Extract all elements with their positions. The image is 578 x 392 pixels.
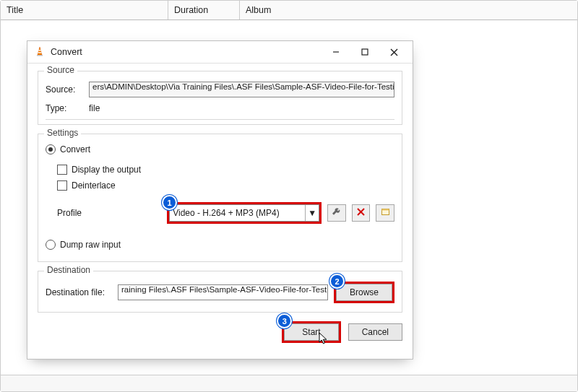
dump-raw-label: Dump raw input <box>60 240 121 250</box>
profile-combo[interactable]: Video - H.264 + MP3 (MP4) ▼ <box>169 204 319 222</box>
delete-profile-button[interactable] <box>352 204 371 222</box>
source-group: Source Source: ers\ADMIN\Desktop\Via Tra… <box>38 71 402 125</box>
cancel-button[interactable]: Cancel <box>348 323 402 341</box>
source-input[interactable]: ers\ADMIN\Desktop\Via Training Files\.AS… <box>89 82 394 97</box>
column-header-album[interactable]: Album <box>240 1 577 19</box>
annotation-highlight-profile: Video - H.264 + MP3 (MP4) ▼ 1 <box>167 202 322 224</box>
convert-radio-label: Convert <box>60 144 90 154</box>
destination-group: Destination Destination file: raining Fi… <box>38 271 402 313</box>
checkbox-icon <box>57 180 67 191</box>
cursor-icon <box>319 332 329 345</box>
annotation-badge-2: 2 <box>329 274 345 289</box>
wrench-icon <box>332 207 341 219</box>
column-header-duration[interactable]: Duration <box>168 1 240 19</box>
edit-profile-button[interactable] <box>327 204 346 222</box>
type-value: file <box>89 103 100 113</box>
start-button[interactable]: Start <box>284 323 338 341</box>
annotation-highlight-start: Start 3 <box>282 321 340 343</box>
dialog-action-row: Start 3 Cancel <box>38 321 402 343</box>
vlc-cone-icon <box>35 46 45 58</box>
svg-rect-11 <box>381 209 389 211</box>
radio-on-icon <box>46 144 56 154</box>
close-button[interactable] <box>379 42 408 62</box>
svg-rect-2 <box>38 50 41 51</box>
destination-file-input[interactable]: raining Files\.ASF Files\Sample-ASF-Vide… <box>118 284 328 300</box>
new-profile-icon <box>381 207 390 219</box>
source-label: Source: <box>46 84 83 95</box>
convert-dialog: Convert Source Source: ers\ADMIN\Desktop… <box>27 40 413 360</box>
svg-rect-1 <box>37 55 43 56</box>
maximize-button[interactable] <box>350 42 379 62</box>
dump-raw-radio[interactable]: Dump raw input <box>46 240 121 250</box>
dialog-titlebar[interactable]: Convert <box>27 41 413 64</box>
settings-legend: Settings <box>44 128 81 138</box>
annotation-highlight-browse: Browse 2 <box>334 282 394 303</box>
background-window: Title Duration Album Convert Source Sour… <box>0 0 578 392</box>
checkbox-icon <box>57 165 67 175</box>
chevron-down-icon: ▼ <box>305 205 319 221</box>
divider <box>46 119 394 120</box>
display-output-checkbox[interactable]: Display the output <box>57 165 141 175</box>
table-header-row: Title Duration Album <box>1 1 577 20</box>
radio-off-icon <box>46 240 56 250</box>
type-label: Type: <box>46 103 83 113</box>
deinterlace-checkbox[interactable]: Deinterlace <box>57 180 116 191</box>
svg-rect-3 <box>38 52 42 53</box>
source-legend: Source <box>44 65 77 75</box>
settings-group: Settings Convert Display the output <box>38 134 402 262</box>
profile-label: Profile <box>57 208 103 218</box>
convert-radio[interactable]: Convert <box>46 144 90 154</box>
destination-file-label: Destination file: <box>46 287 112 297</box>
dialog-title: Convert <box>51 47 82 57</box>
minimize-button[interactable] <box>322 42 350 62</box>
display-output-label: Display the output <box>72 165 141 175</box>
column-header-title[interactable]: Title <box>1 1 168 19</box>
deinterlace-label: Deinterlace <box>72 180 116 191</box>
x-red-icon <box>357 208 365 218</box>
svg-rect-5 <box>362 49 368 55</box>
browse-button[interactable]: Browse <box>336 284 392 301</box>
svg-marker-0 <box>38 47 42 55</box>
profile-combo-value: Video - H.264 + MP3 (MP4) <box>173 208 280 218</box>
destination-legend: Destination <box>44 265 93 275</box>
status-bar <box>1 375 577 391</box>
new-profile-button[interactable] <box>376 204 394 222</box>
